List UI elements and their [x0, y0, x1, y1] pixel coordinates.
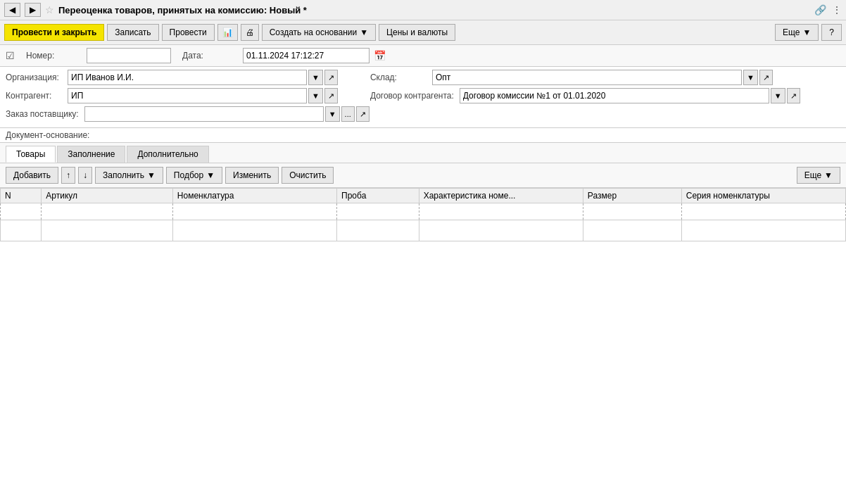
table-row [1, 203, 846, 220]
counterparty-contract-row: Контрагент: ▼ ↗ Договор контрагента: ▼ ↗ [6, 88, 840, 103]
supplier-order-field: ▼ ... ↗ [84, 106, 370, 122]
number-section: Номер: [26, 48, 171, 63]
col-characteristic: Характеристика номе... [419, 189, 583, 203]
col-size: Размер [583, 189, 681, 203]
supplier-order-row: Заказ поставщику: ▼ ... ↗ [6, 106, 840, 122]
supplier-order-dots-btn[interactable]: ... [341, 106, 355, 122]
create-basis-button[interactable]: Создать на основании ▼ [262, 24, 376, 41]
add-button[interactable]: Добавить [6, 167, 58, 184]
counterparty-label: Контрагент: [6, 91, 62, 101]
post-button[interactable]: Провести [162, 24, 215, 41]
org-label: Организация: [6, 73, 62, 82]
tab-goods[interactable]: Товары [6, 146, 56, 163]
fill-button[interactable]: Заполнить ▼ [95, 167, 163, 184]
number-label: Номер: [26, 51, 82, 61]
save-button[interactable]: Записать [107, 24, 158, 41]
more-dropdown-icon: ▼ [802, 27, 811, 37]
forward-button[interactable]: ▶ [25, 3, 41, 17]
table-row [1, 220, 846, 241]
col-article: Артикул [42, 189, 173, 203]
create-basis-label: Создать на основании [270, 27, 358, 37]
post-and-close-button[interactable]: Провести и закрыть [4, 24, 104, 41]
down-button[interactable]: ↓ [78, 167, 92, 184]
contract-input[interactable] [460, 88, 769, 103]
fill-dropdown-icon: ▼ [147, 170, 156, 180]
org-dropdown-btn[interactable]: ▼ [308, 70, 323, 85]
number-input[interactable] [87, 48, 171, 63]
contract-open-btn[interactable]: ↗ [787, 88, 800, 103]
contract-label: Договор контрагента: [370, 91, 454, 101]
date-label: Дата: [182, 51, 239, 61]
org-field: ▼ ↗ [68, 70, 338, 85]
favorite-icon[interactable]: ☆ [45, 4, 54, 15]
calendar-icon[interactable]: 📅 [374, 50, 386, 61]
contract-field: ▼ ↗ [460, 88, 800, 103]
toolbar: Провести и закрыть Записать Провести 📊 🖨… [0, 20, 846, 45]
tab-fill[interactable]: Заполнение [57, 146, 125, 163]
table-toolbar: Добавить ↑ ↓ Заполнить ▼ Подбор ▼ Измени… [0, 163, 846, 188]
warehouse-dropdown-btn[interactable]: ▼ [743, 70, 758, 85]
tabs-bar: Товары Заполнение Дополнительно [0, 143, 846, 163]
clear-button[interactable]: Очистить [282, 167, 334, 184]
help-button[interactable]: ? [821, 24, 842, 41]
col-probe: Проба [337, 189, 419, 203]
table-more-button[interactable]: Еще ▼ [797, 167, 840, 184]
create-basis-dropdown-icon: ▼ [360, 27, 368, 37]
up-button[interactable]: ↑ [61, 167, 75, 184]
menu-icon[interactable]: ⋮ [832, 4, 842, 15]
check-icon[interactable]: ☑ [6, 50, 15, 61]
counterparty-input[interactable] [68, 88, 307, 103]
supplier-order-dropdown-btn[interactable]: ▼ [325, 106, 340, 122]
tab-additional[interactable]: Дополнительно [127, 146, 208, 163]
table-icon-button[interactable]: 📊 [217, 24, 238, 41]
warehouse-open-btn[interactable]: ↗ [759, 70, 773, 85]
col-series: Серия номенклатуры [681, 189, 845, 203]
page-title: Переоценка товаров, принятых на комиссию… [58, 5, 810, 15]
select-button[interactable]: Подбор ▼ [166, 167, 222, 184]
org-open-btn[interactable]: ↗ [324, 70, 338, 85]
table-icon: 📊 [222, 27, 233, 37]
table-header-row: N Артикул Номенклатура Проба Характерист… [1, 189, 846, 203]
counterparty-open-btn[interactable]: ↗ [324, 88, 338, 103]
warehouse-field: ▼ ↗ [432, 70, 773, 85]
org-input[interactable] [68, 70, 307, 85]
doc-base-row: Документ-основание: [0, 128, 846, 143]
date-section: Дата: 📅 [182, 48, 386, 63]
contract-dropdown-btn[interactable]: ▼ [771, 88, 785, 103]
col-nomenclature: Номенклатура [172, 189, 336, 203]
print-icon-button[interactable]: 🖨 [241, 24, 259, 41]
prices-currencies-button[interactable]: Цены и валюты [379, 24, 455, 41]
back-button[interactable]: ◀ [4, 3, 20, 17]
table-more-dropdown-icon: ▼ [824, 170, 833, 180]
select-dropdown-icon: ▼ [206, 170, 215, 180]
link-icon[interactable]: 🔗 [814, 4, 826, 15]
goods-table: N Артикул Номенклатура Проба Характерист… [0, 188, 846, 241]
warehouse-label: Склад: [370, 73, 427, 82]
col-n: N [1, 189, 42, 203]
supplier-order-label: Заказ поставщику: [6, 109, 79, 119]
date-input[interactable] [243, 48, 370, 63]
supplier-order-input[interactable] [84, 106, 324, 122]
change-button[interactable]: Изменить [225, 167, 279, 184]
more-button[interactable]: Еще ▼ [775, 24, 819, 41]
org-warehouse-row: Организация: ▼ ↗ Склад: ▼ ↗ [6, 70, 840, 85]
title-bar: ◀ ▶ ☆ Переоценка товаров, принятых на ко… [0, 0, 846, 20]
title-icons: 🔗 ⋮ [814, 4, 842, 15]
table-container: N Артикул Номенклатура Проба Характерист… [0, 188, 846, 241]
counterparty-dropdown-btn[interactable]: ▼ [308, 88, 323, 103]
doc-base-label: Документ-основание: [6, 130, 89, 140]
print-icon: 🖨 [246, 27, 254, 37]
supplier-order-open-btn[interactable]: ↗ [356, 106, 370, 122]
form-area: Организация: ▼ ↗ Склад: ▼ ↗ Контрагент: … [0, 67, 846, 128]
counterparty-field: ▼ ↗ [68, 88, 338, 103]
warehouse-input[interactable] [432, 70, 742, 85]
number-row: ☑ Номер: Дата: 📅 [0, 45, 846, 67]
